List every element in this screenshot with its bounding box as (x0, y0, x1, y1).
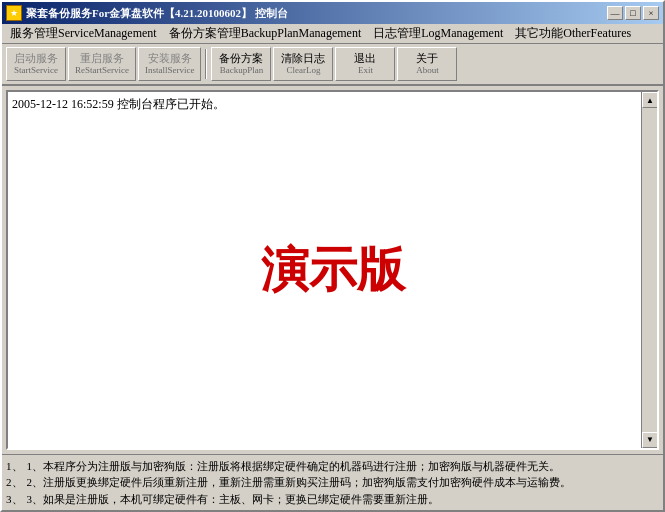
status-num-2: 2、 (6, 474, 23, 491)
main-window: ★ 聚套备份服务For金算盘软件【4.21.20100602】 控制台 — □ … (0, 0, 665, 512)
menu-service-management[interactable]: 服务管理ServiceManagement (4, 23, 163, 44)
status-num-3: 3、 (6, 491, 23, 508)
scrollbar[interactable]: ▲ ▼ (641, 92, 657, 448)
toolbar: 启动服务 StartService 重启服务 ReStartService 安装… (2, 44, 663, 86)
window-title: 聚套备份服务For金算盘软件【4.21.20100602】 控制台 (26, 6, 288, 21)
app-icon: ★ (6, 5, 22, 21)
restart-service-button[interactable]: 重启服务 ReStartService (68, 47, 136, 81)
start-service-sublabel: StartService (14, 65, 58, 77)
scroll-up-button[interactable]: ▲ (642, 92, 658, 108)
restart-service-label: 重启服务 (80, 51, 124, 65)
menu-other-features[interactable]: 其它功能OtherFeatures (509, 23, 637, 44)
maximize-button[interactable]: □ (625, 6, 641, 20)
backup-plan-sublabel: BackupPlan (220, 65, 264, 77)
start-service-label: 启动服务 (14, 51, 58, 65)
about-button[interactable]: 关于 About (397, 47, 457, 81)
exit-button[interactable]: 退出 Exit (335, 47, 395, 81)
restart-service-sublabel: ReStartService (75, 65, 129, 77)
log-area: 2005-12-12 16:52:59 控制台程序已开始。 演示版 ▲ ▼ (6, 90, 659, 450)
status-text-2: 2、注册版更换绑定硬件后须重新注册，重新注册需重新购买注册码；加密狗版需支付加密… (27, 474, 572, 491)
menu-log-management[interactable]: 日志管理LogManagement (367, 23, 509, 44)
scroll-down-button[interactable]: ▼ (642, 432, 658, 448)
close-button[interactable]: × (643, 6, 659, 20)
log-entry: 2005-12-12 16:52:59 控制台程序已开始。 (12, 96, 637, 113)
status-line-2: 2、 2、注册版更换绑定硬件后须重新注册，重新注册需重新购买注册码；加密狗版需支… (6, 474, 659, 491)
toolbar-separator-1 (205, 49, 207, 79)
scroll-track[interactable] (642, 108, 657, 432)
clear-log-button[interactable]: 清除日志 ClearLog (273, 47, 333, 81)
minimize-button[interactable]: — (607, 6, 623, 20)
status-bar: 1、 1、本程序分为注册版与加密狗版：注册版将根据绑定硬件确定的机器码进行注册；… (2, 454, 663, 511)
log-content: 2005-12-12 16:52:59 控制台程序已开始。 (8, 92, 641, 448)
title-buttons: — □ × (607, 6, 659, 20)
exit-sublabel: Exit (358, 65, 373, 77)
about-sublabel: About (416, 65, 439, 77)
status-line-1: 1、 1、本程序分为注册版与加密狗版：注册版将根据绑定硬件确定的机器码进行注册；… (6, 458, 659, 475)
content-area: 2005-12-12 16:52:59 控制台程序已开始。 演示版 ▲ ▼ (2, 86, 663, 454)
backup-plan-button[interactable]: 备份方案 BackupPlan (211, 47, 271, 81)
install-service-button[interactable]: 安装服务 InstallService (138, 47, 201, 81)
install-service-sublabel: InstallService (145, 65, 194, 77)
status-line-3: 3、 3、如果是注册版，本机可绑定硬件有：主板、网卡；更换已绑定硬件需要重新注册… (6, 491, 659, 508)
install-service-label: 安装服务 (148, 51, 192, 65)
title-bar: ★ 聚套备份服务For金算盘软件【4.21.20100602】 控制台 — □ … (2, 2, 663, 24)
menu-bar: 服务管理ServiceManagement 备份方案管理BackupPlanMa… (2, 24, 663, 44)
status-text-1: 1、本程序分为注册版与加密狗版：注册版将根据绑定硬件确定的机器码进行注册；加密狗… (27, 458, 561, 475)
status-num-1: 1、 (6, 458, 23, 475)
exit-label: 退出 (354, 51, 376, 65)
start-service-button[interactable]: 启动服务 StartService (6, 47, 66, 81)
menu-backup-plan-management[interactable]: 备份方案管理BackupPlanManagement (163, 23, 368, 44)
clear-log-label: 清除日志 (281, 51, 325, 65)
clear-log-sublabel: ClearLog (286, 65, 320, 77)
title-bar-left: ★ 聚套备份服务For金算盘软件【4.21.20100602】 控制台 (6, 5, 288, 21)
backup-plan-label: 备份方案 (219, 51, 263, 65)
about-label: 关于 (416, 51, 438, 65)
status-text-3: 3、如果是注册版，本机可绑定硬件有：主板、网卡；更换已绑定硬件需要重新注册。 (27, 491, 440, 508)
